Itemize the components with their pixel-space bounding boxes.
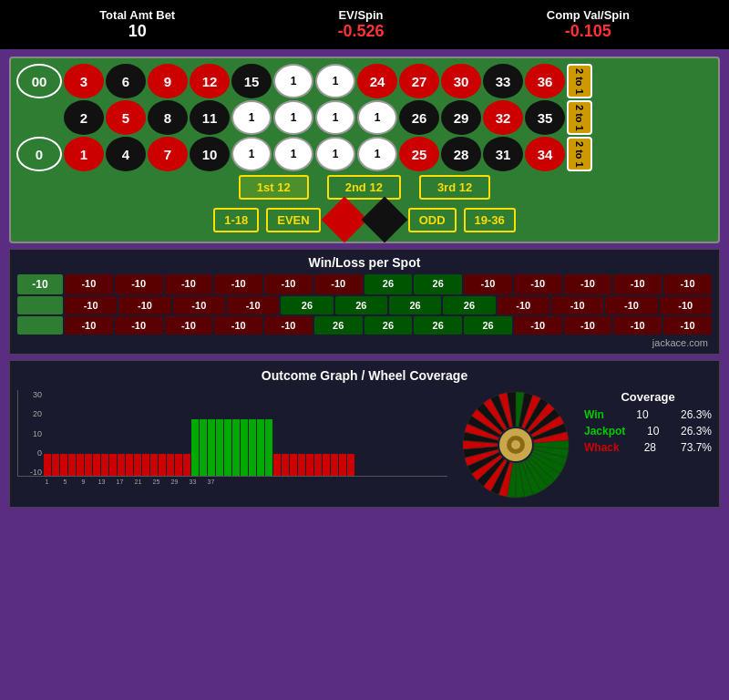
wl-title: Win/Loss per Spot xyxy=(17,255,712,270)
cell-34[interactable]: 34 xyxy=(525,137,565,171)
bar-32[interactable] xyxy=(306,454,313,476)
bar-27[interactable] xyxy=(265,419,272,476)
bar-30[interactable] xyxy=(290,454,297,476)
bar-1[interactable] xyxy=(52,454,59,476)
x-label-7 xyxy=(107,479,115,485)
cell-2[interactable]: 2 xyxy=(64,100,104,135)
cell-4[interactable]: 4 xyxy=(106,137,146,171)
bar-8[interactable] xyxy=(109,454,117,476)
chip-2a[interactable]: 1 xyxy=(231,100,272,135)
bar-5[interactable] xyxy=(85,454,92,476)
bar-18[interactable] xyxy=(191,419,199,476)
x-label-8: 17 xyxy=(116,479,124,485)
second-dozen[interactable]: 2nd 12 xyxy=(327,175,401,200)
bar-36[interactable] xyxy=(339,454,346,476)
cell-8[interactable]: 8 xyxy=(148,100,188,135)
bar-21[interactable] xyxy=(216,419,223,476)
bar-16[interactable] xyxy=(175,454,182,476)
bar-15[interactable] xyxy=(167,454,174,476)
bar-26[interactable] xyxy=(257,419,264,476)
cell-35[interactable]: 35 xyxy=(525,100,565,135)
cell-3[interactable]: 3 xyxy=(64,64,104,98)
wl-cell-2-2: -10 xyxy=(165,316,213,335)
bar-3[interactable] xyxy=(68,454,76,476)
bet-even[interactable]: EVEN xyxy=(266,208,320,232)
bar-9[interactable] xyxy=(118,454,125,476)
bar-37[interactable] xyxy=(347,454,354,476)
bar-7[interactable] xyxy=(101,454,108,476)
chip-1b[interactable]: 1 xyxy=(315,64,355,98)
two-to-one-bot[interactable]: 2 to 1 xyxy=(567,137,592,171)
bar-10[interactable] xyxy=(126,454,133,476)
bar-2[interactable] xyxy=(60,454,67,476)
wl-cell-2-1: -10 xyxy=(115,316,163,335)
cell-36[interactable]: 36 xyxy=(525,64,565,98)
bar-25[interactable] xyxy=(249,419,256,476)
cell-11[interactable]: 11 xyxy=(190,100,230,135)
x-label-2: 5 xyxy=(61,479,69,485)
bet-odd[interactable]: ODD xyxy=(408,208,457,232)
bar-28[interactable] xyxy=(273,454,281,476)
cell-31[interactable]: 31 xyxy=(483,137,523,171)
cell-30[interactable]: 30 xyxy=(441,64,481,98)
cell-26[interactable]: 26 xyxy=(399,100,439,135)
bar-31[interactable] xyxy=(298,454,305,476)
chip-2d[interactable]: 1 xyxy=(357,100,397,135)
cell-9[interactable]: 9 xyxy=(148,64,188,98)
cell-33[interactable]: 33 xyxy=(483,64,523,98)
cell-00[interactable]: 00 xyxy=(16,64,62,98)
cell-10[interactable]: 10 xyxy=(190,137,230,171)
bar-13[interactable] xyxy=(150,454,158,476)
bar-29[interactable] xyxy=(282,454,289,476)
chip-3a[interactable]: 1 xyxy=(231,137,272,171)
bar-6[interactable] xyxy=(93,454,100,476)
wl-cell-2-8: 26 xyxy=(464,316,512,335)
wl-cell-0-10: -10 xyxy=(564,274,612,294)
first-dozen[interactable]: 1st 12 xyxy=(239,175,309,200)
chip-3b[interactable]: 1 xyxy=(273,137,313,171)
cell-25[interactable]: 25 xyxy=(399,137,439,171)
bar-0[interactable] xyxy=(44,454,51,476)
bar-23[interactable] xyxy=(232,419,240,476)
bar-33[interactable] xyxy=(314,454,322,476)
comp-val-spin-label: Comp Val/Spin xyxy=(547,8,630,22)
bar-11[interactable] xyxy=(134,454,141,476)
cell-5[interactable]: 5 xyxy=(106,100,146,135)
chip-2c[interactable]: 1 xyxy=(315,100,355,135)
bar-24[interactable] xyxy=(241,419,248,476)
x-label-4: 9 xyxy=(79,479,87,485)
bet-1-18[interactable]: 1-18 xyxy=(213,208,259,232)
bar-17[interactable] xyxy=(183,454,190,476)
comp-val-spin-col: Comp Val/Spin -0.105 xyxy=(547,8,630,41)
bet-19-36[interactable]: 19-36 xyxy=(464,208,516,232)
cell-28[interactable]: 28 xyxy=(441,137,481,171)
cell-0[interactable]: 0 xyxy=(16,137,62,171)
bar-34[interactable] xyxy=(323,454,330,476)
cell-12[interactable]: 12 xyxy=(190,64,230,98)
bar-20[interactable] xyxy=(208,419,215,476)
two-to-one-mid[interactable]: 2 to 1 xyxy=(567,100,592,135)
cell-1[interactable]: 1 xyxy=(64,137,104,171)
cell-32[interactable]: 32 xyxy=(483,100,523,135)
black-diamond[interactable] xyxy=(361,197,407,243)
bar-19[interactable] xyxy=(200,419,207,476)
wl-cell-1-5: 26 xyxy=(335,296,387,314)
two-to-one-top[interactable]: 2 to 1 xyxy=(567,64,592,98)
chip-2b[interactable]: 1 xyxy=(273,100,313,135)
bar-22[interactable] xyxy=(224,419,231,476)
cell-15[interactable]: 15 xyxy=(231,64,272,98)
chip-3d[interactable]: 1 xyxy=(357,137,397,171)
red-diamond[interactable] xyxy=(321,197,367,243)
cell-24[interactable]: 24 xyxy=(357,64,397,98)
bar-14[interactable] xyxy=(159,454,166,476)
third-dozen[interactable]: 3rd 12 xyxy=(419,175,490,200)
cell-29[interactable]: 29 xyxy=(441,100,481,135)
cell-6[interactable]: 6 xyxy=(106,64,146,98)
chip-3c[interactable]: 1 xyxy=(315,137,355,171)
chip-1a[interactable]: 1 xyxy=(273,64,313,98)
cell-27[interactable]: 27 xyxy=(399,64,439,98)
bar-35[interactable] xyxy=(331,454,338,476)
bar-4[interactable] xyxy=(77,454,84,476)
bar-12[interactable] xyxy=(142,454,149,476)
cell-7[interactable]: 7 xyxy=(148,137,188,171)
